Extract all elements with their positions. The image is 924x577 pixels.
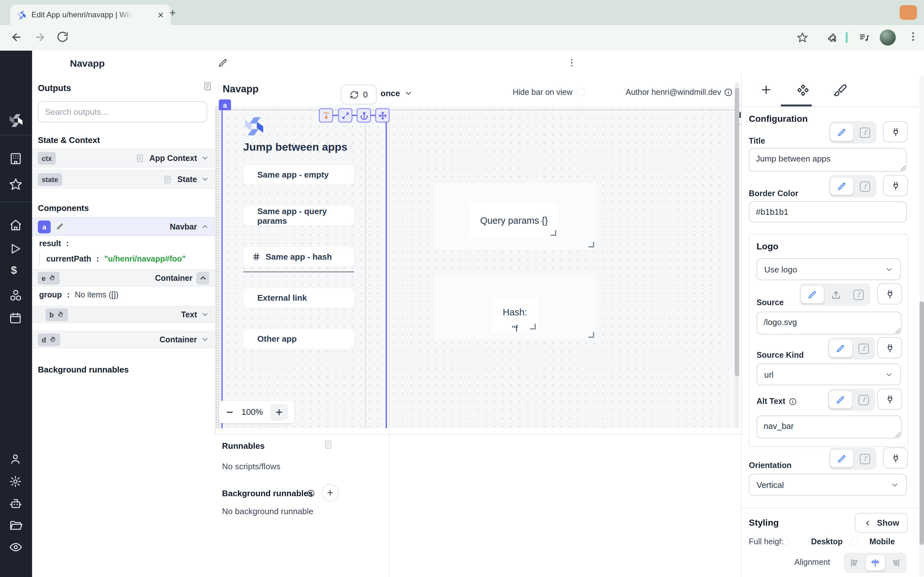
windmill-logo-icon[interactable]	[8, 113, 24, 128]
add-background-runnable-button[interactable]	[321, 484, 339, 501]
back-icon[interactable]	[10, 31, 23, 44]
workers-robot-icon[interactable]	[9, 497, 23, 510]
source-kind-function-button[interactable]: f	[853, 340, 874, 357]
resize-corner-icon[interactable]	[551, 230, 556, 236]
extensions-icon[interactable]	[827, 32, 837, 43]
resize-corner-icon[interactable]	[588, 242, 594, 247]
state-log-icon[interactable]	[163, 175, 172, 184]
nav-button-empty[interactable]: Same app - empty	[243, 165, 354, 185]
profile-avatar[interactable]	[880, 29, 896, 45]
expand-down-handle[interactable]	[319, 108, 333, 122]
settings-scrollbar[interactable]	[919, 75, 924, 577]
styling-tab[interactable]	[834, 83, 847, 97]
query-params-text-box[interactable]: Query params {}	[470, 203, 558, 238]
align-right-button[interactable]	[886, 555, 905, 571]
variables-dollar-icon[interactable]: $	[11, 264, 17, 277]
source-kind-static-button[interactable]	[829, 340, 852, 357]
rename-pencil-icon[interactable]	[218, 58, 228, 68]
new-tab-icon[interactable]	[168, 8, 177, 17]
title-input[interactable]: Jump between apps	[749, 148, 907, 172]
anchor-handle[interactable]	[357, 108, 371, 122]
workspace-icon[interactable]	[9, 152, 23, 165]
source-input[interactable]: /logo.svg	[756, 311, 901, 335]
favorites-star-icon[interactable]	[9, 177, 23, 191]
forward-icon[interactable]	[33, 31, 46, 44]
border-color-static-button[interactable]	[830, 177, 853, 195]
reload-icon[interactable]	[57, 31, 69, 43]
outputs-log-icon[interactable]	[203, 81, 212, 91]
border-color-function-button[interactable]: f	[855, 177, 875, 195]
ctx-log-icon[interactable]	[135, 153, 144, 163]
nav-button-other-app[interactable]: Other app	[243, 329, 354, 349]
resize-corner-icon[interactable]	[530, 324, 536, 330]
state-chevron-down-icon[interactable]	[201, 175, 209, 183]
component-e-row[interactable]: e Container	[32, 269, 215, 287]
settings-gear-icon[interactable]	[9, 475, 22, 488]
nav-button-external[interactable]: External link	[243, 288, 354, 308]
source-connect-button[interactable]	[877, 284, 902, 305]
search-outputs-input[interactable]	[38, 101, 207, 122]
canvas-grid[interactable]	[215, 106, 739, 428]
insert-component-tab[interactable]	[760, 83, 772, 96]
component-a-row[interactable]: a Navbar	[32, 218, 215, 236]
alt-text-input[interactable]: nav_bar	[756, 416, 901, 438]
refresh-mode-select[interactable]: once	[381, 89, 413, 98]
info-icon[interactable]	[788, 397, 797, 406]
component-d-chevron-down-icon[interactable]	[201, 335, 209, 343]
source-kind-connect-button[interactable]	[877, 337, 902, 358]
component-d-row[interactable]: d Container	[32, 331, 215, 348]
title-connect-button[interactable]	[883, 121, 908, 142]
orientation-select[interactable]: Vertical	[749, 474, 907, 496]
resources-cubes-icon[interactable]	[9, 288, 23, 302]
title-function-button[interactable]: f	[855, 124, 875, 141]
alt-text-static-button[interactable]	[829, 391, 852, 408]
canvas-scrollbar[interactable]	[735, 82, 739, 428]
component-a-chevron-up-icon[interactable]	[201, 222, 209, 231]
component-right-edge[interactable]	[365, 110, 366, 428]
query-params-container[interactable]: Query params {}	[433, 183, 596, 250]
component-b-row[interactable]: b Text	[32, 306, 215, 323]
alt-text-connect-button[interactable]	[877, 388, 902, 410]
hash-text-box[interactable]: Hash: "f	[492, 298, 538, 332]
media-controls-icon[interactable]	[859, 32, 870, 44]
component-a-edit-icon[interactable]	[53, 220, 66, 233]
more-menu-icon[interactable]	[567, 58, 577, 68]
source-kind-select[interactable]: url	[756, 364, 901, 385]
use-logo-select[interactable]: Use logo	[756, 258, 901, 280]
source-upload-button[interactable]	[825, 286, 847, 303]
state-row[interactable]: state State	[32, 170, 215, 189]
orientation-static-button[interactable]	[830, 450, 853, 467]
alt-text-function-button[interactable]: f	[853, 391, 874, 408]
background-runnables-info-icon[interactable]	[307, 489, 315, 498]
nav-button-query-params[interactable]: Same app - query params	[243, 206, 354, 226]
refresh-count-button[interactable]: 0	[341, 85, 376, 105]
selected-component-badge[interactable]: a	[219, 99, 231, 110]
browser-menu-icon[interactable]	[907, 31, 919, 42]
browser-tab[interactable]: Edit App u/henri/navapp | Win	[10, 5, 171, 25]
ctx-chevron-down-icon[interactable]	[201, 154, 209, 162]
align-center-button[interactable]	[866, 555, 885, 571]
ctx-row[interactable]: ctx App Context	[32, 149, 215, 167]
zoom-out-icon[interactable]	[225, 408, 234, 416]
source-function-button[interactable]: f	[848, 286, 869, 303]
bookmark-star-icon[interactable]	[797, 32, 808, 43]
border-color-input[interactable]: #b1b1b1	[749, 201, 907, 222]
current-path-line[interactable]: currentPath : "u/henri/navapp#foo"	[39, 253, 186, 266]
title-static-button[interactable]	[830, 124, 853, 141]
hash-container[interactable]: Hash: "f	[435, 274, 596, 340]
settings-tab[interactable]	[796, 83, 810, 97]
component-b-chevron-down-icon[interactable]	[201, 310, 209, 319]
zoom-in-button[interactable]	[270, 404, 288, 420]
runnables-log-icon[interactable]	[323, 440, 333, 450]
orientation-connect-button[interactable]	[883, 448, 908, 469]
nav-button-hash[interactable]: Same app - hash	[243, 247, 354, 267]
resize-corner-icon[interactable]	[588, 332, 594, 338]
tab-close-icon[interactable]	[157, 11, 164, 18]
component-e-chevron-up-icon[interactable]	[196, 271, 209, 284]
align-left-button[interactable]	[845, 555, 864, 571]
fullscreen-handle[interactable]	[338, 108, 352, 122]
border-color-connect-button[interactable]	[883, 175, 908, 196]
schedules-calendar-icon[interactable]	[9, 311, 22, 324]
folders-icon[interactable]	[9, 519, 23, 532]
source-static-button[interactable]	[801, 286, 824, 303]
